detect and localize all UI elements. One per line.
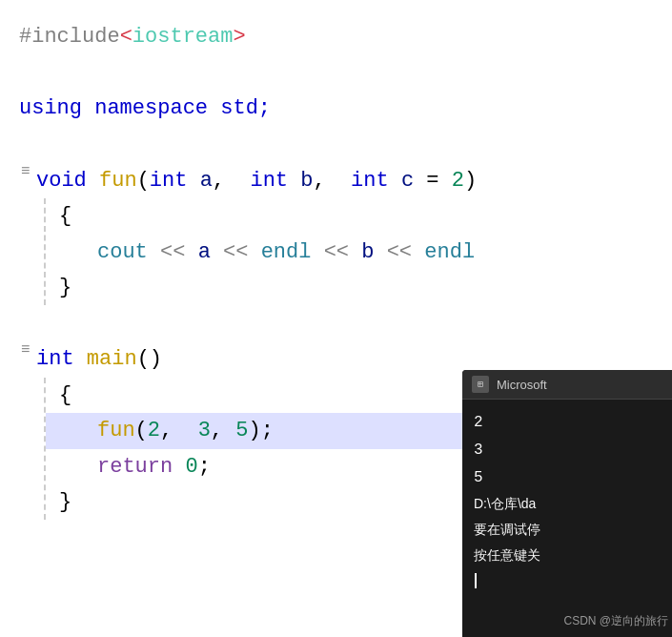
terminal-output-5: 要在调试停 [474, 517, 661, 543]
fold-icon-fun[interactable]: ≡ [21, 163, 31, 180]
empty-line-2 [19, 54, 662, 91]
terminal-cursor [475, 573, 477, 588]
param-c: c [401, 163, 426, 198]
var-a: a [198, 235, 223, 270]
op4: << [387, 235, 425, 270]
angle-open: < [120, 19, 132, 54]
op3: << [324, 235, 362, 270]
int-keyword-c: int [351, 163, 401, 198]
terminal-output-4: D:\仓库\da [474, 491, 661, 517]
param-b: b [300, 163, 313, 198]
return-keyword: return [97, 449, 185, 484]
cout-keyword: cout [97, 235, 160, 270]
paren-open: ( [137, 163, 150, 198]
fun-call-name: fun [97, 413, 135, 448]
terminal-icon-glyph: ⊞ [478, 379, 483, 390]
fun-call-paren-close: ) [248, 413, 260, 448]
preprocessor-line: #include<iostream> [19, 19, 662, 54]
code-line-1: #include<iostream> [19, 19, 662, 54]
code-line-5-wrapper: ≡ void fun(int a, int b, int c = 2) [19, 163, 662, 198]
endl2: endl [424, 235, 475, 270]
hash-include: #include [19, 19, 120, 54]
brace-open-main: { [59, 378, 71, 413]
watermark: CSDN @逆向的旅行 [563, 613, 668, 629]
main-parens: () [137, 341, 162, 377]
empty-line-9 [19, 305, 662, 341]
fun-brace-close: } [59, 270, 662, 305]
brace-open-fun: { [59, 198, 71, 234]
cout-line: cout << a << endl << b << endl [59, 235, 662, 270]
terminal-output-1: 2 [474, 409, 661, 437]
code-line-3: using namespace std; [19, 91, 662, 126]
fun-body-block: { cout << a << endl << b << endl } [44, 198, 662, 305]
fun-brace-open: { [59, 198, 662, 234]
semicolon-return: ; [198, 449, 211, 484]
terminal-cursor-line [474, 567, 661, 595]
terminal-output-6: 按任意键关 [474, 543, 661, 568]
comma1: , [213, 163, 251, 198]
main-name: main [87, 341, 137, 377]
var-b: b [361, 235, 386, 270]
int-keyword-b: int [250, 163, 300, 198]
terminal-header: ⊞ Microsoft [462, 370, 672, 400]
equals: = [426, 163, 451, 198]
using-line: using namespace std; [19, 91, 662, 126]
angle-close: > [233, 19, 245, 54]
arg-comma2: , [211, 413, 235, 448]
brace-close-fun: } [59, 270, 71, 305]
int-keyword-main: int [36, 341, 87, 377]
endl1: endl [261, 235, 324, 270]
terminal-body: 2 3 5 D:\仓库\da 要在调试停 按任意键关 [462, 400, 672, 605]
op2: << [223, 235, 261, 270]
terminal-app-icon: ⊞ [472, 376, 489, 393]
arg-comma1: , [160, 413, 198, 448]
fun-call-paren-open: ( [135, 413, 148, 448]
iostream-text: iostream [132, 19, 234, 54]
param-a: a [200, 163, 213, 198]
op1: << [160, 235, 198, 270]
default-val: 2 [452, 163, 464, 198]
fun-def-line: void fun(int a, int b, int c = 2) [36, 163, 662, 198]
fold-icon-main[interactable]: ≡ [21, 341, 31, 359]
arg3: 5 [235, 413, 248, 448]
brace-close-main: } [59, 484, 71, 520]
empty-line-4 [19, 127, 662, 163]
terminal-output-3: 5 [474, 464, 661, 492]
void-keyword: void [36, 163, 99, 198]
arg1: 2 [148, 413, 160, 448]
paren-close: ) [464, 163, 477, 198]
terminal-close-text: 按任意键关 [474, 547, 540, 563]
comma2: , [313, 163, 351, 198]
semicolon-fun-call: ; [261, 413, 274, 448]
terminal-output-2: 3 [474, 437, 661, 464]
terminal-window: ⊞ Microsoft 2 3 5 D:\仓库\da 要在调试停 按任意键关 [462, 370, 672, 637]
int-keyword-a: int [150, 163, 200, 198]
return-val: 0 [185, 449, 197, 484]
fun-name: fun [99, 163, 137, 198]
terminal-title: Microsoft [497, 378, 547, 392]
arg2: 3 [198, 413, 211, 448]
using-keyword: using namespace std; [19, 91, 271, 126]
code-editor: #include<iostream> using namespace std; … [0, 0, 672, 637]
